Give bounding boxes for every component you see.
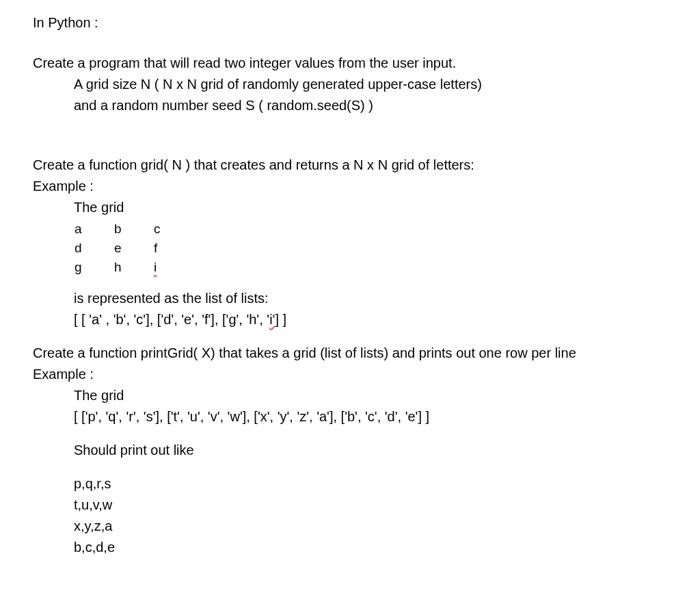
- print-grid-list: [ ['p', 'q', 'r', 's'], ['t', 'u', 'v', …: [33, 408, 667, 426]
- grid-label-1: The grid: [33, 198, 667, 217]
- title-line: In Python :: [33, 14, 667, 32]
- grid-cell: a: [74, 220, 113, 239]
- output-row: x,y,z,a: [33, 517, 667, 536]
- rep-line-2: [ [ 'a' , 'b', 'c'], ['d', 'e', 'f'], ['…: [33, 310, 667, 329]
- intro-line-2: A grid size N ( N x N grid of randomly g…: [33, 75, 667, 94]
- grid-cell: f: [153, 239, 193, 258]
- document-page: In Python : Create a program that will r…: [0, 0, 700, 557]
- grid-row: g h i: [74, 258, 193, 277]
- grid-cell: b: [113, 220, 153, 239]
- grid-cell: c: [153, 220, 193, 239]
- grid-cell: e: [113, 239, 153, 258]
- output-row: t,u,v,w: [33, 496, 667, 514]
- grid-cell: d: [74, 239, 113, 258]
- example-grid: a b c d e f g h i: [74, 220, 193, 277]
- grid-fn-line: Create a function grid( N ) that creates…: [33, 156, 667, 174]
- printgrid-fn-line: Create a function printGrid( X) that tak…: [33, 344, 667, 362]
- rep-line-1: is represented as the list of lists:: [33, 289, 667, 308]
- spellcheck-squiggle: i: [154, 260, 157, 274]
- example-label-2: Example :: [33, 365, 667, 384]
- output-row: p,q,r,s: [33, 475, 667, 493]
- grid-label-2: The grid: [33, 386, 667, 405]
- intro-line-3: and a random number seed S ( random.seed…: [33, 96, 667, 115]
- grid-cell: i: [153, 258, 193, 277]
- rep-text-post: ] ]: [275, 312, 286, 327]
- rep-text-pre: [ [ 'a' , 'b', 'c'], ['d', 'e', 'f'], ['…: [74, 312, 269, 327]
- grid-cell: h: [113, 258, 153, 277]
- should-print-line: Should print out like: [33, 441, 667, 460]
- grid-row: a b c: [74, 220, 193, 239]
- example-label-1: Example :: [33, 177, 667, 196]
- grid-cell: g: [74, 258, 113, 277]
- intro-line-1: Create a program that will read two inte…: [33, 54, 667, 72]
- output-row: b,c,d,e: [33, 538, 667, 557]
- grid-row: d e f: [74, 239, 193, 258]
